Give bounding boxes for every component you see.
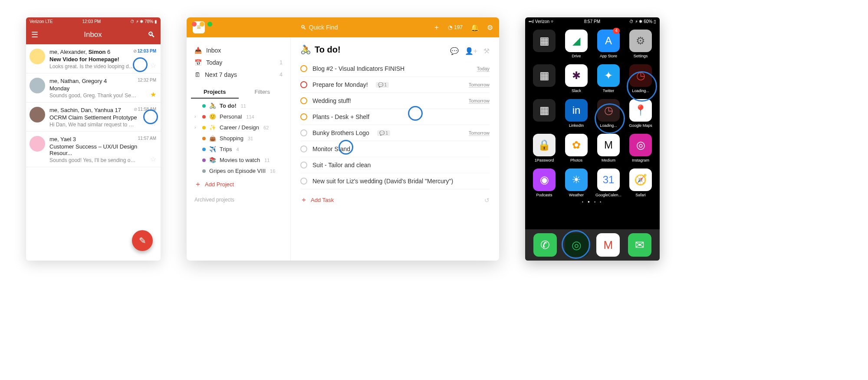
comment-badge[interactable]: 💬 1 [376, 82, 389, 88]
nav-next-7-days[interactable]: 🗓Next 7 days4 [191, 69, 286, 81]
app-icon: ⚙︎ [629, 30, 652, 52]
app-podcasts[interactable]: ◉Podcasts [529, 169, 559, 197]
app-drive[interactable]: ◢Drive [562, 30, 591, 58]
app-google-maps[interactable]: 📍Google Maps [626, 99, 655, 128]
project-item[interactable]: 📚Movies to watch11 [191, 155, 286, 165]
add-task-button[interactable]: ＋Add Task [300, 189, 490, 205]
email-time: 12:32 PM [138, 78, 156, 83]
status-time: 8:57 PM [584, 19, 600, 24]
email-row[interactable]: me, Nathan, Gregory 4MondaySounds good, … [26, 73, 161, 102]
app-loading-[interactable]: ◷Loading... [626, 64, 655, 93]
project-item[interactable]: 🚴To do!11 [191, 100, 286, 111]
dock-app-app2[interactable]: ◎ [565, 233, 589, 257]
task-checkbox[interactable] [300, 81, 307, 88]
star-icon[interactable]: ☆ [150, 61, 156, 69]
app-linkedin[interactable]: inLinkedIn [562, 99, 591, 128]
app-photos[interactable]: ✿Photos [562, 134, 591, 162]
email-row[interactable]: me, Sachin, Dan, Yanhua 17OCRM Claim Set… [26, 102, 161, 132]
dock-app-gmail[interactable]: M [596, 233, 620, 257]
app-slack[interactable]: ✱Slack [562, 64, 591, 93]
task-due[interactable]: Tomorrow [469, 82, 490, 88]
project-item[interactable]: ✈️Trips4 [191, 144, 286, 155]
task-row[interactable]: Wedding stuff!Tomorrow [300, 93, 490, 109]
dock-app-phone[interactable]: ✆ [533, 233, 557, 257]
app-twitter[interactable]: ✦Twitter [594, 64, 623, 93]
app-instagram[interactable]: ◎Instagram [626, 134, 655, 162]
project-item[interactable]: ›🙂Personal114 [191, 111, 286, 122]
star-icon[interactable]: ★ [150, 90, 156, 99]
task-checkbox[interactable] [300, 178, 307, 185]
window-controls[interactable] [192, 22, 212, 26]
expand-icon[interactable]: › [194, 125, 199, 130]
settings-icon[interactable]: ⚙︎ [487, 23, 493, 32]
page-indicator[interactable]: • ● • • [525, 200, 660, 204]
app-folder[interactable]: ▦ [529, 99, 559, 128]
star-icon[interactable]: ☆ [150, 119, 156, 128]
app-1password[interactable]: 🔒1Password [529, 134, 559, 162]
task-row[interactable]: Blog #2 - Visual Indicators FINISHToday [300, 61, 490, 77]
archived-projects-link[interactable]: Archived projects [191, 192, 286, 207]
app-settings[interactable]: ⚙︎Settings [626, 30, 655, 58]
task-checkbox[interactable] [300, 65, 307, 72]
add-project-button[interactable]: ＋Add Project [191, 176, 286, 192]
comment-badge[interactable]: 💬 1 [377, 130, 390, 136]
project-color-icon [202, 148, 206, 151]
karma-indicator[interactable]: ◔ 197 [448, 24, 463, 30]
task-due[interactable]: Tomorrow [469, 130, 490, 136]
app-folder[interactable]: ▦ [529, 30, 559, 58]
task-checkbox[interactable] [300, 145, 307, 152]
email-row[interactable]: me, Alexander, Simon 6New Video for Home… [26, 44, 161, 73]
search-icon: 🔍︎ [300, 24, 306, 31]
task-row[interactable]: Plants - Desk + Shelf [300, 109, 490, 125]
compose-button[interactable]: ✎ [132, 230, 153, 251]
nav-inbox[interactable]: 📥Inbox [191, 44, 286, 56]
status-bar: ••ıl Verizon ᯤ 8:57 PM ⏱ ⚡︎ ✱ 60% ▯ [525, 17, 660, 25]
app-icon: ◎ [629, 134, 652, 156]
task-row[interactable]: Monitor Stand [300, 141, 490, 157]
app-folder[interactable]: ▦ [529, 64, 559, 93]
avatar [30, 107, 45, 122]
star-icon[interactable]: ☆ [150, 155, 156, 163]
task-due[interactable]: Today [477, 66, 490, 72]
task-checkbox[interactable] [300, 97, 307, 104]
task-text: Wedding stuff! [312, 97, 351, 104]
project-item[interactable]: 👜Shopping31 [191, 133, 286, 144]
project-item[interactable]: Gripes on Episode VIII16 [191, 165, 286, 176]
tab-filters[interactable]: Filters [239, 86, 286, 99]
task-row[interactable]: Bunky Brothers Logo💬 1Tomorrow [300, 125, 490, 141]
share-icon[interactable]: 👤+ [465, 47, 477, 55]
add-task-icon[interactable]: ＋ [433, 23, 440, 32]
app-label: Podcasts [536, 193, 552, 197]
app-app-store[interactable]: A4App Store [594, 30, 623, 58]
task-checkbox[interactable] [300, 162, 307, 169]
dock-app-messages[interactable]: ✉︎ [628, 233, 651, 257]
avatar [30, 49, 45, 64]
task-row[interactable]: Suit - Tailor and clean [300, 157, 490, 173]
app-safari[interactable]: 🧭Safari [626, 169, 655, 197]
todoist-header: ≡ 🔍︎ Quick Find ＋ ◔ 197 🔔 ⚙︎ [187, 17, 499, 37]
app-weather[interactable]: ☀︎Weather [562, 169, 591, 197]
app-medium[interactable]: MMedium [594, 134, 623, 162]
task-row[interactable]: New suit for Liz's wedding (David's Brid… [300, 173, 490, 189]
app-loading-[interactable]: ◷Loading... [594, 99, 623, 128]
project-item[interactable]: ›✨Career / Design62 [191, 122, 286, 133]
tab-projects[interactable]: Projects [191, 86, 239, 99]
task-checkbox[interactable] [300, 129, 307, 136]
activity-icon[interactable]: ↺ [484, 197, 490, 204]
comments-icon[interactable]: 💬 [450, 47, 459, 55]
nav-icon: 📅 [194, 59, 202, 66]
task-due[interactable]: Tomorrow [469, 98, 490, 104]
email-row[interactable]: me, Yael 3Customer Success – UX/UI Desig… [26, 132, 161, 167]
menu-icon[interactable]: ☰ [31, 30, 38, 40]
expand-icon[interactable]: › [194, 114, 199, 119]
task-checkbox[interactable] [300, 113, 307, 120]
app-googlecalen-[interactable]: 31GoogleCalen... [594, 169, 623, 197]
task-row[interactable]: Prepare for Monday!💬 1Tomorrow [300, 77, 490, 93]
notifications-icon[interactable]: 🔔 [470, 23, 479, 32]
quick-find-input[interactable]: 🔍︎ Quick Find [211, 24, 427, 31]
more-icon[interactable]: ⚒︎ [483, 47, 490, 55]
task-text: Monitor Stand [312, 145, 350, 152]
project-color-icon [202, 169, 206, 173]
nav-today[interactable]: 📅Today1 [191, 56, 286, 69]
search-icon[interactable]: 🔍︎ [148, 30, 155, 40]
